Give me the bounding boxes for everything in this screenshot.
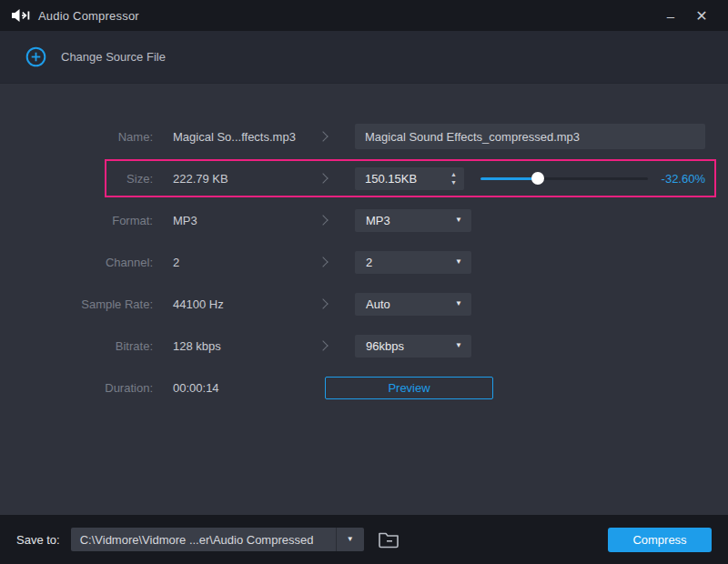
minimize-button[interactable]: – — [655, 0, 686, 31]
settings-panel: Name: Magical So...ffects.mp3 Size: 222.… — [0, 84, 728, 515]
channel-source-value: 2 — [153, 256, 309, 269]
target-size-value: 150.15KB — [365, 172, 449, 186]
title-bar: Audio Compressor – ✕ — [0, 0, 728, 31]
sample-rate-source-value: 44100 Hz — [153, 297, 309, 311]
save-path-value: C:\Vidmore\Vidmore ...er\Audio Compresse… — [71, 533, 336, 547]
preview-button[interactable]: Preview — [325, 377, 493, 399]
close-button[interactable]: ✕ — [686, 0, 717, 31]
add-circle-icon[interactable] — [25, 46, 46, 67]
target-size-spinner[interactable]: 150.15KB ▲ ▼ — [355, 167, 464, 190]
source-file-header: Change Source File — [0, 31, 728, 84]
arrow-right-icon — [309, 342, 337, 349]
bitrate-row: Bitrate: 128 kbps 96kbps ▼ — [0, 332, 728, 359]
duration-source-value: 00:00:14 — [153, 381, 309, 395]
channel-dropdown[interactable]: 2 ▼ — [355, 251, 471, 274]
size-reduction-percent: -32.60% — [662, 172, 705, 186]
slider-fill — [480, 177, 538, 180]
format-row: Format: MP3 MP3 ▼ — [0, 206, 728, 234]
output-name-input[interactable] — [355, 124, 705, 149]
name-source-value: Magical So...ffects.mp3 — [153, 130, 309, 144]
name-row: Name: Magical So...ffects.mp3 — [0, 123, 728, 150]
sample-rate-row: Sample Rate: 44100 Hz Auto ▼ — [0, 290, 728, 317]
name-label: Name: — [0, 130, 153, 144]
compress-button[interactable]: Compress — [608, 528, 712, 552]
chevron-down-icon: ▼ — [455, 342, 462, 349]
arrow-right-icon — [309, 258, 337, 266]
arrow-right-icon — [309, 300, 337, 307]
size-label: Size: — [0, 172, 153, 186]
size-slider[interactable] — [480, 172, 648, 185]
bitrate-label: Bitrate: — [0, 339, 153, 353]
arrow-right-icon — [309, 133, 337, 140]
footer-bar: Save to: C:\Vidmore\Vidmore ...er\Audio … — [0, 515, 728, 564]
bitrate-source-value: 128 kbps — [153, 339, 309, 353]
arrow-right-icon — [309, 217, 337, 224]
format-dropdown[interactable]: MP3 ▼ — [355, 209, 471, 232]
save-to-label: Save to: — [16, 533, 60, 547]
bitrate-dropdown[interactable]: 96kbps ▼ — [355, 335, 471, 358]
channel-row: Channel: 2 2 ▼ — [0, 248, 728, 276]
folder-icon — [377, 529, 400, 549]
chevron-down-icon: ▼ — [455, 217, 462, 224]
duration-label: Duration: — [0, 381, 153, 395]
format-source-value: MP3 — [153, 214, 309, 227]
format-label: Format: — [0, 214, 153, 227]
chevron-down-icon: ▼ — [455, 300, 462, 307]
save-path-combo[interactable]: C:\Vidmore\Vidmore ...er\Audio Compresse… — [71, 528, 364, 551]
size-source-value: 222.79 KB — [153, 172, 309, 186]
arrow-right-icon — [309, 175, 337, 182]
chevron-down-icon: ▼ — [455, 258, 462, 266]
chevron-down-icon: ▼ — [347, 536, 354, 543]
speaker-compress-icon — [11, 8, 30, 23]
spin-up-icon[interactable]: ▲ — [449, 172, 459, 177]
window-title: Audio Compressor — [38, 9, 139, 23]
spin-down-icon[interactable]: ▼ — [449, 180, 459, 186]
browse-folder-button[interactable] — [377, 529, 400, 549]
audio-compressor-window: Audio Compressor – ✕ Change Source File … — [0, 0, 728, 564]
save-path-dropdown-button[interactable]: ▼ — [337, 528, 364, 551]
sample-rate-dropdown[interactable]: Auto ▼ — [355, 293, 471, 316]
channel-label: Channel: — [0, 256, 153, 269]
sample-rate-label: Sample Rate: — [0, 297, 153, 311]
duration-row: Duration: 00:00:14 Preview — [0, 374, 728, 401]
slider-thumb[interactable] — [531, 172, 544, 185]
size-row: Size: 222.79 KB 150.15KB ▲ ▼ -32.60% — [0, 165, 728, 192]
change-source-file-button[interactable]: Change Source File — [61, 50, 166, 64]
